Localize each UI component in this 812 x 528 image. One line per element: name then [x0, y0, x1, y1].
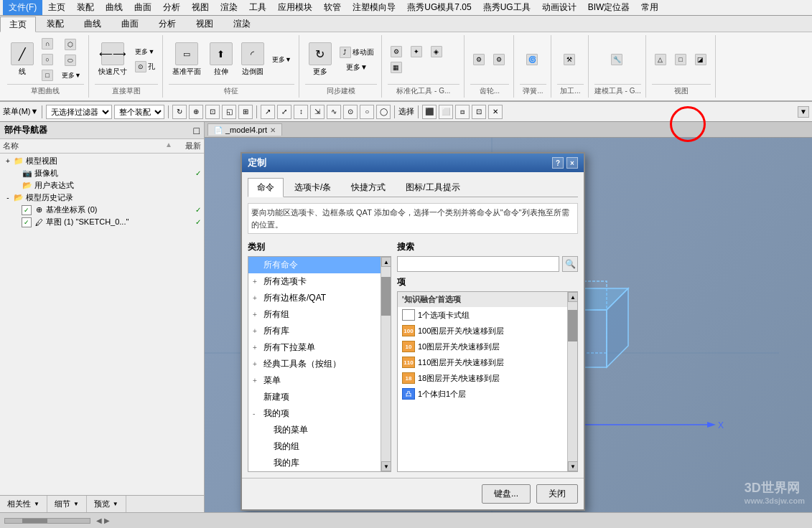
menu-render[interactable]: 渲染: [215, 0, 243, 15]
toolbar-icon-btn9[interactable]: ⇲: [310, 105, 325, 119]
toolbar-icon-btn8[interactable]: ↕: [294, 105, 308, 119]
dialog-tab-command[interactable]: 命令: [248, 178, 284, 197]
toolbar-icon-btn11[interactable]: ⊙: [343, 105, 358, 119]
menu-yanxiu1[interactable]: 燕秀UG模具7.05: [401, 0, 477, 15]
toolbar-icon-btn15[interactable]: ⬜: [439, 105, 453, 119]
fillet-btn[interactable]: ◜ 边倒圆: [238, 39, 268, 80]
tree-item-sketch[interactable]: ✓ 🖊 草图 (1) "SKETCH_0..." ✓: [1, 216, 202, 228]
cat-item-all-commands[interactable]: 所有命令: [248, 257, 391, 273]
menu-analysis[interactable]: 分析: [157, 0, 186, 15]
viewport-tab-model[interactable]: 📄 _model4.prt ✕: [207, 123, 282, 136]
modeltool-btn1[interactable]: 🔧: [608, 52, 627, 67]
filter-select[interactable]: 无选择过滤器: [46, 105, 112, 119]
toolbar-icon-btn7[interactable]: ⤢: [277, 105, 291, 119]
category-scrollbar[interactable]: ▲ ▼: [381, 257, 391, 471]
menu-animation[interactable]: 动画设计: [536, 0, 582, 15]
feature-more-btn[interactable]: 更多▼: [269, 53, 294, 66]
menu-home[interactable]: 主页: [42, 0, 71, 15]
bottom-tab-preview[interactable]: 预览 ▼: [87, 496, 126, 512]
menu-common[interactable]: 常用: [635, 0, 664, 15]
assembly-select[interactable]: 整个装配: [114, 105, 164, 119]
dialog-close-btn[interactable]: ×: [566, 157, 578, 169]
sketch-check[interactable]: ✓: [22, 217, 32, 227]
bottom-tab-detail[interactable]: 细节 ▼: [47, 496, 87, 512]
cat-item-all-menus[interactable]: + 所有下拉菜单: [248, 339, 391, 356]
toolbar-icon-btn6[interactable]: ↗: [261, 105, 275, 119]
expand-model-views[interactable]: +: [3, 157, 13, 165]
tree-item-user-expr[interactable]: 📂 用户表达式: [1, 179, 202, 192]
cat-item-new[interactable]: 新建项: [248, 389, 391, 405]
move-btn[interactable]: ⤴ 移动面: [337, 45, 377, 60]
item-checkbox-group[interactable]: ☐ 1个选项卡式组: [398, 307, 577, 323]
keyboard-btn[interactable]: 键盘...: [482, 484, 531, 504]
item-18layer[interactable]: 18 18图层开关/快速移到层: [398, 370, 577, 386]
sketch-arc-btn[interactable]: ∩: [39, 37, 57, 51]
datum-check[interactable]: ✓: [22, 205, 32, 215]
toolbar-icon-btn4[interactable]: ◱: [222, 105, 236, 119]
ribbon-tab-render[interactable]: 渲染: [224, 16, 260, 32]
dialog-tab-shortcut[interactable]: 快捷方式: [342, 178, 395, 197]
extrude-btn[interactable]: ⬆ 拉伸: [206, 39, 236, 80]
toolbar-icon-btn13[interactable]: ◯: [376, 105, 391, 119]
toolbar-icon-btn14[interactable]: ⬛: [422, 105, 437, 119]
cat-item-my-menu[interactable]: 我的菜单: [248, 422, 391, 438]
sketch-polygon-btn[interactable]: ⬡: [59, 37, 84, 52]
item-1body[interactable]: 凸 1个体归1个层: [398, 386, 577, 402]
menu-assembly[interactable]: 装配: [71, 0, 100, 15]
ribbon-tab-view[interactable]: 视图: [187, 16, 223, 32]
sync-more2-btn[interactable]: 更多▼: [337, 61, 377, 74]
menu-curve[interactable]: 曲线: [100, 0, 129, 15]
sketch-ellipse-btn[interactable]: ⬭: [59, 53, 84, 67]
sketch-rect-btn[interactable]: □: [39, 68, 57, 82]
menu-injection[interactable]: 注塑模向导: [347, 0, 401, 15]
direct-hole-btn[interactable]: ⊙ 孔: [132, 60, 158, 74]
bottom-tab-related[interactable]: 相关性 ▼: [0, 496, 47, 512]
ribbon-tab-curve[interactable]: 曲线: [75, 16, 111, 32]
expand-model-history[interactable]: -: [3, 194, 13, 202]
cat-item-my-group[interactable]: 我的组: [248, 438, 391, 455]
menu-tool[interactable]: 工具: [243, 0, 272, 15]
cat-item-my-lib[interactable]: 我的库: [248, 455, 391, 471]
sketch-line-btn[interactable]: ╱ 线: [7, 39, 37, 80]
process-btn1[interactable]: ⚒: [561, 52, 579, 67]
ribbon-tab-assemble[interactable]: 装配: [37, 16, 73, 32]
viewport-canvas[interactable]: X Y 3D世界网 www.3dsjw.com 定制 ? ×: [205, 138, 812, 512]
cat-item-all-borders[interactable]: + 所有边框条/QAT: [248, 290, 391, 306]
std-btn3[interactable]: ◈: [428, 44, 447, 59]
tree-item-datum-coord[interactable]: ✓ ⊕ 基准坐标系 (0) ✓: [1, 204, 202, 216]
toolbar-icon-btn12[interactable]: ○: [360, 105, 374, 119]
ribbon-tab-analysis[interactable]: 分析: [149, 16, 185, 32]
items-scrollbar-down[interactable]: ▼: [568, 461, 578, 471]
menu-soft[interactable]: 软管: [318, 0, 347, 15]
cat-item-mine[interactable]: - 我的项: [248, 405, 391, 422]
items-scrollbar[interactable]: ▲ ▼: [567, 292, 577, 471]
tree-item-model-history[interactable]: - 📂 模型历史记录: [1, 192, 202, 204]
ribbon-tab-surface[interactable]: 曲面: [112, 16, 148, 32]
std-btn4[interactable]: ▦: [388, 60, 406, 75]
cat-item-menu[interactable]: + 菜单: [248, 372, 391, 389]
item-100layer[interactable]: 100 100图层开关/快速移到层: [398, 323, 577, 339]
tree-item-model-views[interactable]: + 📁 模型视图: [1, 155, 202, 167]
std-btn2[interactable]: ✦: [408, 44, 426, 59]
std-btn1[interactable]: ⚙: [388, 44, 406, 59]
ribbon-tab-home[interactable]: 主页: [0, 16, 36, 32]
sync-more-btn[interactable]: ↻ 更多: [305, 39, 335, 80]
toolbar-icon-btn3[interactable]: ⊡: [205, 105, 220, 119]
quick-dim-btn[interactable]: ⟵⟶ 快速尺寸: [95, 39, 131, 80]
menu-view[interactable]: 视图: [186, 0, 215, 15]
toolbar-icon-btn18[interactable]: ✕: [488, 105, 503, 119]
cat-item-all-libs[interactable]: + 所有库: [248, 323, 391, 339]
menu-surface[interactable]: 曲面: [129, 0, 157, 15]
toolbar-icon-btn16[interactable]: ⧈: [455, 105, 470, 119]
item-10layer[interactable]: 10 10图层开关/快速移到层: [398, 339, 577, 354]
horizontal-scrollbar[interactable]: [4, 518, 90, 524]
sketch-circle-btn[interactable]: ○: [39, 52, 57, 67]
sketch-more-btn[interactable]: 更多▼: [59, 69, 84, 82]
scrollbar-track[interactable]: [381, 267, 391, 461]
toolbar-icon-btn17[interactable]: ⊡: [472, 105, 486, 119]
gear-btn2[interactable]: ⚙: [490, 52, 509, 67]
search-input[interactable]: [397, 256, 559, 272]
view-btn3[interactable]: ◪: [692, 52, 711, 67]
toolbar-icon-btn1[interactable]: ↻: [172, 105, 187, 119]
cat-item-all-groups[interactable]: + 所有组: [248, 306, 391, 323]
